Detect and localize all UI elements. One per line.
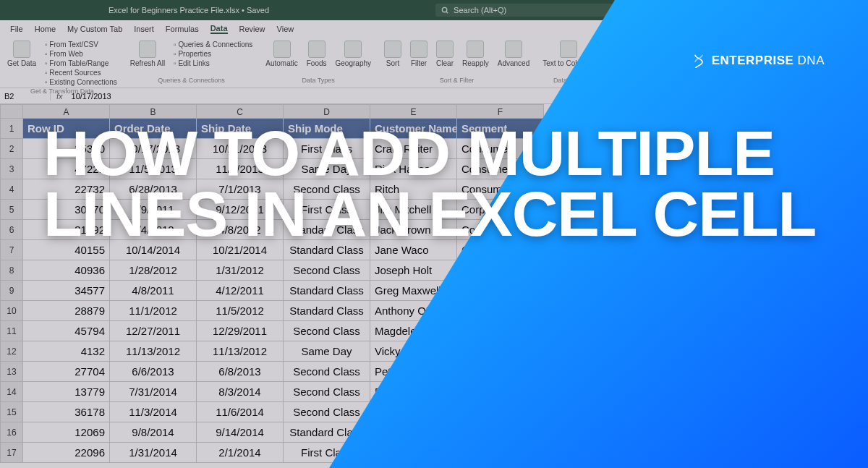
ribbon-automatic[interactable]: Automatic: [265, 41, 297, 67]
cell[interactable]: 4/12/2011: [197, 281, 284, 301]
cell[interactable]: 11/13/2012: [197, 341, 284, 362]
cell[interactable]: 27704: [23, 362, 110, 382]
row-header[interactable]: 10: [0, 301, 23, 321]
row-header[interactable]: 3: [0, 159, 23, 179]
menu-tab-review[interactable]: Review: [239, 25, 265, 33]
cell[interactable]: 40936: [23, 260, 110, 281]
col-header-A[interactable]: A: [23, 104, 110, 119]
cell[interactable]: 6/6/2013: [110, 362, 197, 382]
row-header[interactable]: 16: [0, 422, 23, 443]
row-header[interactable]: 17: [0, 443, 23, 463]
ribbon-reapply[interactable]: Reapply: [462, 41, 489, 67]
cell[interactable]: 9/14/2014: [197, 422, 284, 443]
ribbon-sort[interactable]: Sort: [384, 41, 401, 67]
row-header[interactable]: 4: [0, 179, 23, 200]
row-header[interactable]: 12: [0, 341, 23, 362]
menu-tab-formulas[interactable]: Formulas: [166, 25, 199, 33]
cell[interactable]: Consumer: [457, 321, 544, 341]
cell[interactable]: 13779: [23, 382, 110, 402]
cell[interactable]: Second Class: [284, 402, 370, 422]
cell[interactable]: 11/6/2014: [197, 402, 284, 422]
cell[interactable]: Joseph Holt: [370, 260, 457, 281]
menu-tab-view[interactable]: View: [277, 25, 294, 33]
select-all-corner[interactable]: [0, 104, 23, 119]
ribbon-existing-connections[interactable]: ▫ Existing Connections: [45, 78, 117, 86]
cell[interactable]: 11/5/2012: [197, 301, 284, 321]
cell[interactable]: Second Class: [284, 362, 370, 382]
cell[interactable]: Consumer: [457, 260, 544, 281]
cell[interactable]: 11/13/2012: [110, 341, 197, 362]
col-header-F[interactable]: F: [457, 104, 544, 119]
name-box[interactable]: B2: [0, 92, 51, 101]
cell[interactable]: Second Class: [284, 260, 370, 281]
ribbon-from-text/csv[interactable]: ▫ From Text/CSV: [45, 41, 117, 48]
row-header[interactable]: 15: [0, 402, 23, 422]
row-header[interactable]: 11: [0, 321, 23, 341]
row-header[interactable]: 8: [0, 260, 23, 281]
menu-tab-home[interactable]: Home: [35, 25, 56, 33]
col-header-B[interactable]: B: [110, 104, 197, 119]
cell[interactable]: Peter Fuller: [370, 362, 457, 382]
cell[interactable]: Thomas Boland: [370, 402, 457, 422]
cell[interactable]: Consumer: [457, 301, 544, 321]
refresh-all-button[interactable]: Refresh All: [130, 41, 165, 67]
cell[interactable]: 9/8/2014: [110, 422, 197, 443]
col-header-D[interactable]: D: [284, 104, 370, 119]
cell[interactable]: 7/31/2014: [110, 382, 197, 402]
ribbon-from-web[interactable]: ▫ From Web: [45, 50, 117, 58]
cell[interactable]: 11/3/2014: [110, 402, 197, 422]
cell[interactable]: Second Class: [284, 382, 370, 402]
cell[interactable]: 12069: [23, 422, 110, 443]
ribbon-from-table/range[interactable]: ▫ From Table/Range: [45, 59, 117, 67]
cell[interactable]: Greg Maxwell: [370, 281, 457, 301]
cell[interactable]: Consumer: [457, 362, 544, 382]
cell[interactable]: Consumer: [457, 402, 544, 422]
ribbon-text-to-columns[interactable]: Text to Columns: [542, 41, 595, 67]
cell[interactable]: 34577: [23, 281, 110, 301]
menu-tab-insert[interactable]: Insert: [134, 25, 154, 33]
cell[interactable]: 22096: [23, 443, 110, 463]
cell[interactable]: 1/28/2012: [110, 260, 197, 281]
cell[interactable]: Corporate: [457, 443, 544, 463]
cell[interactable]: 8/3/2014: [197, 382, 284, 402]
ribbon-foods[interactable]: Foods: [307, 41, 327, 67]
cell[interactable]: 4/8/2011: [110, 281, 197, 301]
ribbon-geography[interactable]: Geography: [336, 41, 371, 67]
cell[interactable]: 2/1/2014: [197, 443, 284, 463]
search-box[interactable]: Search (Alt+Q): [435, 4, 624, 17]
cell[interactable]: 28879: [23, 301, 110, 321]
cell[interactable]: Standard Class: [284, 422, 370, 443]
cell[interactable]: Anthony O'Donnell: [370, 301, 457, 321]
cell[interactable]: Corporate: [457, 281, 544, 301]
cell[interactable]: Ben Peterman: [370, 382, 457, 402]
cell[interactable]: First Class: [284, 443, 370, 463]
cell[interactable]: 1/31/2014: [110, 443, 197, 463]
ribbon-properties[interactable]: ▫ Properties: [174, 50, 252, 58]
menu-tab-file[interactable]: File: [10, 25, 23, 33]
cell[interactable]: Second Class: [284, 321, 370, 341]
cell[interactable]: Magdelene Morse: [370, 321, 457, 341]
ribbon-edit-links[interactable]: ▫ Edit Links: [174, 59, 252, 67]
fx-icon[interactable]: fx: [51, 92, 69, 101]
ribbon-clear[interactable]: Clear: [436, 41, 454, 67]
cell[interactable]: 36178: [23, 402, 110, 422]
menu-tab-my-custom-tab[interactable]: My Custom Tab: [67, 25, 122, 33]
cell[interactable]: 45794: [23, 321, 110, 341]
cell[interactable]: Jim: [370, 443, 457, 463]
cell[interactable]: Standard Class: [284, 281, 370, 301]
row-header[interactable]: 5: [0, 200, 23, 220]
get-data-button[interactable]: Get Data: [7, 41, 36, 67]
cell[interactable]: 6/8/2013: [197, 362, 284, 382]
row-header[interactable]: 9: [0, 281, 23, 301]
cell[interactable]: 1/31/2012: [197, 260, 284, 281]
cell[interactable]: 12/27/2011: [110, 321, 197, 341]
cell[interactable]: Home Office: [457, 341, 544, 362]
cell[interactable]: Vicky Freymann: [370, 341, 457, 362]
row-header[interactable]: 13: [0, 362, 23, 382]
cell[interactable]: 11/1/2012: [110, 301, 197, 321]
cell[interactable]: Same Day: [284, 341, 370, 362]
cell[interactable]: Corporate: [457, 422, 544, 443]
col-header-C[interactable]: C: [197, 104, 284, 119]
row-header[interactable]: 1: [0, 119, 23, 139]
ribbon-advanced[interactable]: Advanced: [498, 41, 529, 67]
